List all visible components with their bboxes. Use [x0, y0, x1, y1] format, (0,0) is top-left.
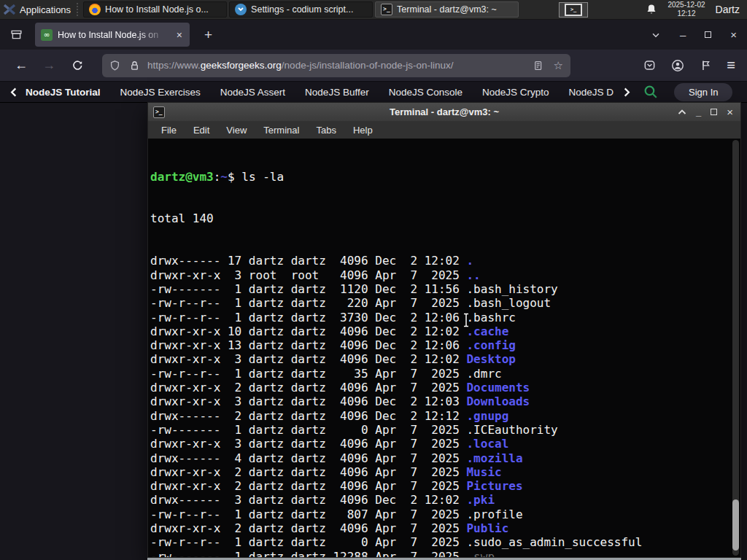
ls-row: -rw------- 1 dartz dartz 1120 Dec 2 11:5… — [150, 282, 730, 296]
terminal-minimize-button[interactable]: _ — [696, 106, 701, 117]
browser-minimize-button[interactable]: – — [680, 28, 686, 41]
terminal-icon: >_ — [381, 4, 392, 15]
ls-row-meta: drwxr-xr-x 2 dartz dartz 4096 Apr 7 2025 — [150, 465, 466, 479]
panel-separator — [77, 3, 80, 16]
ls-row-meta: drwxr-xr-x 13 dartz dartz 4096 Dec 2 12:… — [150, 338, 466, 352]
browser-tab-active[interactable]: ∞ How to Install Node.js on × — [35, 23, 190, 47]
ls-row-meta: drwxr-xr-x 3 dartz dartz 4096 Dec 2 12:0… — [150, 352, 466, 366]
extensions-icon[interactable] — [700, 59, 711, 71]
ls-row: drwxr-xr-x 10 dartz dartz 4096 Dec 2 12:… — [150, 324, 730, 338]
ls-row-meta: drwxr-xr-x 2 dartz dartz 4096 Apr 7 2025 — [150, 521, 466, 535]
menu-edit[interactable]: Edit — [193, 125, 209, 136]
ls-row-meta: drwxr-xr-x 2 dartz dartz 4096 Apr 7 2025 — [150, 381, 466, 394]
ls-row-filename: .. — [466, 268, 480, 282]
nav-scroll-right-icon[interactable] — [622, 87, 632, 98]
terminal-rollup-icon[interactable] — [678, 109, 686, 115]
menu-tabs[interactable]: Tabs — [316, 125, 336, 136]
terminal-maximize-button[interactable] — [711, 109, 717, 115]
terminal-output[interactable]: dartz@vm3:~$ls -la total 140 drwx------ … — [147, 139, 741, 558]
notification-bell-icon[interactable] — [646, 4, 657, 15]
list-all-tabs-icon[interactable] — [651, 30, 661, 40]
prompt-line: dartz@vm3:~$ls -la — [150, 170, 730, 184]
ls-row: -rw-r--r-- 1 dartz dartz 807 Apr 7 2025 … — [150, 508, 730, 521]
account-icon[interactable] — [671, 59, 684, 72]
ls-row: drwx------ 17 dartz dartz 4096 Dec 2 12:… — [150, 254, 730, 268]
panel-clock[interactable]: 2025-12-02 12:12 — [667, 1, 705, 19]
xfce-logo-icon[interactable] — [3, 4, 16, 15]
tracking-protection-shield-icon[interactable] — [109, 60, 120, 71]
back-button[interactable]: ← — [15, 58, 28, 73]
terminal-close-button[interactable]: × — [727, 106, 733, 118]
nav-link-tutorial[interactable]: NodeJS Tutorial — [26, 87, 101, 98]
forward-button[interactable]: → — [42, 58, 55, 73]
terminal-window: >_ Terminal - dartz@vm3: ~ _ × File Edit… — [147, 102, 741, 560]
pocket-save-icon[interactable] — [643, 59, 656, 71]
ls-row-filename: .config — [466, 338, 515, 352]
nav-link-buffer[interactable]: NodeJS Buffer — [305, 87, 369, 98]
bookmark-star-icon[interactable]: ☆ — [554, 59, 563, 72]
ls-row-filename: .bash_logout — [466, 296, 551, 310]
ls-row-meta: drwxr-xr-x 3 root root 4096 Apr 7 2025 — [150, 268, 466, 282]
ls-row-meta: -rw-r--r-- 1 dartz dartz 220 Apr 7 2025 — [150, 296, 466, 310]
new-tab-button[interactable]: + — [200, 26, 217, 44]
ls-row-filename: Desktop — [466, 352, 515, 366]
taskbar-window-firefox[interactable]: How to Install Node.js o... — [83, 1, 227, 18]
menu-file[interactable]: File — [161, 125, 177, 136]
browser-close-button[interactable]: × — [730, 28, 737, 41]
ls-row-filename: . — [466, 254, 473, 268]
url-bar[interactable]: https://www.geeksforgeeks.org/node-js/in… — [102, 54, 570, 77]
ls-row-filename: Public — [466, 521, 508, 535]
ls-row: drwxr-xr-x 3 root root 4096 Apr 7 2025 .… — [150, 268, 730, 282]
ls-row-filename: Music — [466, 465, 501, 479]
terminal-titlebar[interactable]: >_ Terminal - dartz@vm3: ~ _ × — [147, 102, 741, 121]
ls-row-meta: -rw------- 1 dartz dartz 12288 Apr 7 202… — [150, 550, 466, 558]
nav-scroll-left-icon[interactable] — [9, 87, 18, 98]
taskbar-window-label: Settings - codium script... — [251, 4, 353, 15]
prompt-user-host: dartz@vm3 — [150, 170, 214, 184]
sign-in-button[interactable]: Sign In — [674, 83, 732, 101]
applications-menu[interactable]: Applications — [20, 4, 71, 15]
ls-row-filename: .bash_history — [466, 282, 557, 296]
nav-link-assert[interactable]: NodeJS Assert — [220, 87, 285, 98]
ls-row: drwxr-xr-x 13 dartz dartz 4096 Dec 2 12:… — [150, 338, 730, 352]
reload-icon[interactable] — [71, 60, 83, 71]
firefox-view-icon[interactable] — [6, 25, 26, 45]
search-icon[interactable] — [643, 85, 658, 99]
browser-maximize-button[interactable] — [705, 31, 711, 38]
ls-row: drwxr-xr-x 2 dartz dartz 4096 Apr 7 2025… — [150, 521, 730, 535]
nav-link-exercises[interactable]: NodeJS Exercises — [120, 87, 201, 98]
ls-row-filename: .cache — [466, 324, 508, 338]
taskbar-window-codium[interactable]: Settings - codium script... — [229, 1, 373, 18]
nav-link-dns[interactable]: NodeJS DNS — [569, 87, 614, 98]
lock-icon[interactable] — [129, 60, 140, 71]
workspace-switcher[interactable]: >_ — [559, 2, 588, 18]
terminal-scrollbar[interactable] — [732, 140, 739, 556]
taskbar-window-terminal[interactable]: >_ Terminal - dartz@vm3: ~ — [375, 1, 519, 18]
ls-row-meta: drwx------ 2 dartz dartz 4096 Dec 2 12:1… — [150, 409, 466, 423]
ls-row: -rw-r--r-- 1 dartz dartz 220 Apr 7 2025 … — [150, 296, 730, 310]
ls-row-meta: drwxr-xr-x 3 dartz dartz 4096 Apr 7 2025 — [150, 437, 466, 451]
codium-icon — [235, 4, 247, 15]
ls-row: -rw-r--r-- 1 dartz dartz 3730 Dec 2 12:0… — [150, 311, 730, 324]
terminal-scrollbar-thumb[interactable] — [732, 499, 739, 551]
workspace-terminal-thumbnail: >_ — [565, 4, 582, 16]
nav-link-crypto[interactable]: NodeJS Crypto — [482, 87, 549, 98]
ls-row-filename: .gnupg — [466, 409, 508, 423]
app-menu-icon[interactable]: ≡ — [727, 57, 735, 74]
tab-close-icon[interactable]: × — [175, 28, 184, 42]
desktop-panel: Applications How to Install Node.js o...… — [0, 0, 747, 20]
ls-row-filename: .sudo_as_admin_successful — [466, 535, 642, 549]
gfg-nav-links: NodeJS Tutorial NodeJS Exercises NodeJS … — [26, 87, 614, 98]
menu-terminal[interactable]: Terminal — [263, 125, 299, 136]
user-menu[interactable]: Dartz — [716, 4, 740, 15]
taskbar-window-label: How to Install Node.js o... — [105, 4, 209, 15]
reader-mode-icon[interactable] — [533, 60, 543, 71]
geeksforgeeks-favicon: ∞ — [41, 29, 53, 41]
terminal-icon: >_ — [153, 106, 165, 118]
ls-row: drwxr-xr-x 3 dartz dartz 4096 Apr 7 2025… — [150, 437, 730, 451]
menu-view[interactable]: View — [226, 125, 247, 136]
ls-row-meta: -rw-r--r-- 1 dartz dartz 807 Apr 7 2025 — [150, 508, 466, 521]
ls-row: drwxr-xr-x 2 dartz dartz 4096 Apr 7 2025… — [150, 381, 730, 394]
menu-help[interactable]: Help — [353, 125, 373, 136]
nav-link-console[interactable]: NodeJS Console — [389, 87, 462, 98]
